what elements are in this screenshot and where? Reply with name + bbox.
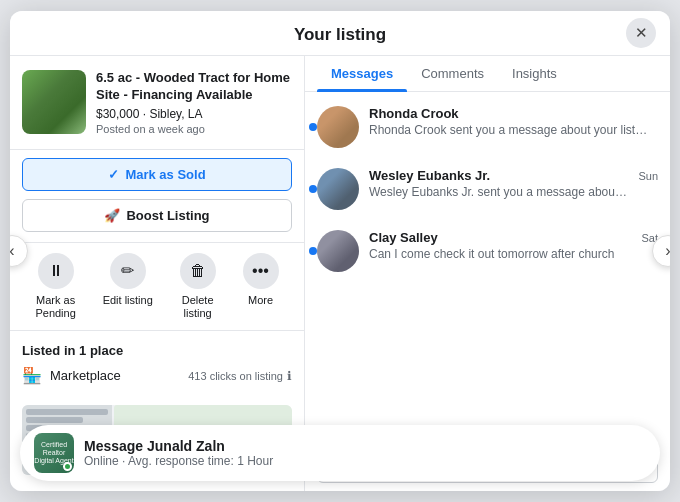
edit-icon: ✏ <box>110 253 146 289</box>
list-item[interactable]: Clay Salley Can I come check it out tomo… <box>305 220 670 282</box>
modal: ‹ › Your listing ✕ 6.5 ac - Wooded Tract… <box>10 11 670 491</box>
action-delete-label: Deletelisting <box>182 294 214 320</box>
message-preview: Wesley Eubanks Jr. sent you a message ab… <box>369 185 628 199</box>
message-content: Clay Salley Can I come check it out tomo… <box>369 230 631 261</box>
tab-comments[interactable]: Comments <box>407 56 498 91</box>
boost-listing-button[interactable]: 🚀 Boost Listing <box>22 199 292 232</box>
listed-left: 🏪 Marketplace <box>22 366 121 385</box>
avatar <box>317 230 359 272</box>
close-button[interactable]: ✕ <box>626 18 656 48</box>
action-delete-listing[interactable]: 🗑 Deletelisting <box>180 253 216 320</box>
sender-name: Clay Salley <box>369 230 631 245</box>
listing-details: 6.5 ac - Wooded Tract for Home Site - Fi… <box>96 70 292 135</box>
unread-dot <box>309 123 317 131</box>
trash-icon: 🗑 <box>180 253 216 289</box>
action-edit-listing[interactable]: ✏ Edit listing <box>103 253 153 320</box>
modal-header: Your listing ✕ <box>10 11 670 56</box>
pause-icon: ⏸ <box>38 253 74 289</box>
modal-title: Your listing <box>294 25 386 45</box>
bottom-message-bar[interactable]: Certified Realtor Digital Agent Message … <box>20 425 660 481</box>
action-icons-row: ⏸ Mark asPending ✏ Edit listing 🗑 Delete… <box>10 242 304 331</box>
message-time: Sun <box>638 170 658 182</box>
message-preview: Can I come check it out tomorrow after c… <box>369 247 631 261</box>
boost-label: Boost Listing <box>126 208 209 223</box>
list-item[interactable]: Wesley Eubanks Jr. Wesley Eubanks Jr. se… <box>305 158 670 220</box>
action-more-label: More <box>248 294 273 307</box>
online-status-dot <box>63 462 72 471</box>
listing-info: 6.5 ac - Wooded Tract for Home Site - Fi… <box>10 56 304 150</box>
listed-place: Marketplace <box>50 368 121 383</box>
tabs-row: Messages Comments Insights <box>305 56 670 92</box>
message-preview: Rhonda Crook sent you a message about yo… <box>369 123 648 137</box>
message-content: Wesley Eubanks Jr. Wesley Eubanks Jr. se… <box>369 168 628 199</box>
listed-section: Listed in 1 place 🏪 Marketplace 413 clic… <box>10 331 304 397</box>
unread-dot <box>309 247 317 255</box>
listing-posted: Posted on a week ago <box>96 123 292 135</box>
messages-list: Rhonda Crook Rhonda Crook sent you a mes… <box>305 92 670 442</box>
mark-as-sold-label: Mark as Sold <box>125 167 205 182</box>
mark-as-sold-button[interactable]: ✓ Mark as Sold <box>22 158 292 191</box>
more-icon: ••• <box>243 253 279 289</box>
agent-logo: Certified Realtor Digital Agent <box>34 433 74 473</box>
avatar <box>317 106 359 148</box>
action-edit-label: Edit listing <box>103 294 153 307</box>
listing-title: 6.5 ac - Wooded Tract for Home Site - Fi… <box>96 70 292 104</box>
preview-line-1 <box>26 409 108 415</box>
preview-line-2 <box>26 417 83 423</box>
listing-image-inner <box>22 70 86 134</box>
agent-status: Online · Avg. response time: 1 Hour <box>84 454 646 468</box>
boost-icon: 🚀 <box>104 208 120 223</box>
action-mark-pending[interactable]: ⏸ Mark asPending <box>35 253 75 320</box>
checkmark-icon: ✓ <box>108 167 119 182</box>
sender-name: Wesley Eubanks Jr. <box>369 168 628 183</box>
bottom-text-area: Message Junald Zaln Online · Avg. respon… <box>84 438 646 468</box>
listing-image <box>22 70 86 134</box>
tab-insights[interactable]: Insights <box>498 56 571 91</box>
listed-row: 🏪 Marketplace 413 clicks on listing ℹ <box>22 366 292 385</box>
list-item[interactable]: Rhonda Crook Rhonda Crook sent you a mes… <box>305 96 670 158</box>
agent-name: Message Junald Zaln <box>84 438 646 454</box>
sender-name: Rhonda Crook <box>369 106 648 121</box>
avatar <box>317 168 359 210</box>
info-icon: ℹ <box>287 369 292 383</box>
listing-price: $30,000 · Sibley, LA <box>96 107 292 121</box>
action-pending-label: Mark asPending <box>35 294 75 320</box>
marketplace-icon: 🏪 <box>22 366 42 385</box>
clicks-count: 413 clicks on listing <box>188 370 283 382</box>
listed-title: Listed in 1 place <box>22 343 292 358</box>
listed-right: 413 clicks on listing ℹ <box>188 369 292 383</box>
message-content: Rhonda Crook Rhonda Crook sent you a mes… <box>369 106 648 137</box>
action-more[interactable]: ••• More <box>243 253 279 320</box>
unread-dot <box>309 185 317 193</box>
tab-messages[interactable]: Messages <box>317 56 407 91</box>
